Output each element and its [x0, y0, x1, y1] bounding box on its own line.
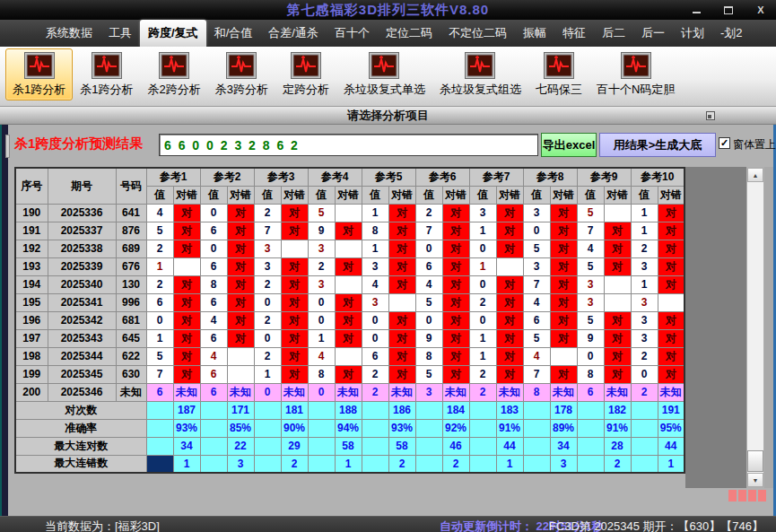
- cell-ref-mark[interactable]: 对: [281, 365, 308, 383]
- prediction-result-input[interactable]: [159, 134, 538, 156]
- cell-ref-mark[interactable]: 对: [442, 222, 469, 240]
- cell-ref-mark[interactable]: [173, 257, 200, 275]
- cell-ref-mark[interactable]: 对: [658, 365, 684, 383]
- summary-spacer-cell[interactable]: [577, 455, 604, 473]
- cell-ref-value[interactable]: 2: [631, 240, 658, 257]
- cell-ref-mark[interactable]: 对: [227, 240, 254, 257]
- cell-ref-mark[interactable]: [550, 347, 577, 365]
- cell-ref-mark[interactable]: 对: [604, 222, 631, 240]
- cell-ref-value[interactable]: 0: [523, 222, 550, 240]
- cell-ref-mark[interactable]: 对: [496, 222, 523, 240]
- cell-ref-mark[interactable]: 对: [388, 347, 415, 365]
- cell-ref-value[interactable]: 0: [254, 293, 281, 311]
- summary-spacer-cell[interactable]: [254, 455, 281, 473]
- left-grip-handle[interactable]: [5, 135, 10, 158]
- summary-spacer-cell[interactable]: [577, 419, 604, 437]
- cell-ref-value[interactable]: 1: [631, 222, 658, 240]
- toolbar-item-2[interactable]: 杀2跨分析: [140, 48, 207, 100]
- summary-value-cell[interactable]: 93%: [388, 419, 415, 437]
- menu-item-13[interactable]: -划2: [712, 20, 751, 47]
- cell-ref-value[interactable]: 5: [577, 204, 604, 222]
- toolbar-item-1[interactable]: 杀1跨分析: [73, 48, 140, 100]
- minimize-button[interactable]: [688, 4, 704, 16]
- cell-ref-value[interactable]: 1: [469, 257, 496, 275]
- cell-ref-value[interactable]: 0: [146, 311, 173, 329]
- summary-spacer-cell[interactable]: [362, 401, 388, 419]
- menu-item-1[interactable]: 工具: [100, 20, 140, 47]
- summary-value-cell[interactable]: 188: [335, 401, 362, 419]
- summary-value-cell[interactable]: 1: [335, 455, 362, 473]
- cell-ref-value[interactable]: 2: [254, 311, 281, 329]
- cell-ref-mark[interactable]: 对: [604, 347, 631, 365]
- cell-ref-value[interactable]: 6: [362, 347, 388, 365]
- cell-ref-mark[interactable]: 对: [335, 293, 362, 311]
- cell-ref-value[interactable]: 5: [308, 204, 335, 222]
- cell-ref-mark[interactable]: 对: [281, 204, 308, 222]
- cell-ref-value[interactable]: 3: [362, 257, 388, 275]
- cell-ref-mark[interactable]: 对: [227, 275, 254, 293]
- menu-item-5[interactable]: 百十个: [327, 20, 378, 47]
- cell-ref-mark[interactable]: 对: [173, 329, 200, 347]
- cell-ref-value[interactable]: 2: [469, 383, 496, 401]
- cell-ref-value[interactable]: 6: [523, 311, 550, 329]
- cell-ref-mark[interactable]: 未知: [550, 383, 577, 401]
- cell-ref-value[interactable]: 2: [254, 347, 281, 365]
- summary-spacer-cell[interactable]: [523, 437, 550, 455]
- cell-ref-value[interactable]: 5: [577, 311, 604, 329]
- cell-ref-mark[interactable]: 对: [658, 329, 684, 347]
- cell-ref-mark[interactable]: 对: [604, 311, 631, 329]
- summary-spacer-cell[interactable]: [200, 437, 227, 455]
- summary-spacer-cell[interactable]: [146, 419, 173, 437]
- cell-ref-value[interactable]: 1: [146, 329, 173, 347]
- summary-spacer-cell[interactable]: [631, 419, 658, 437]
- cell-ref-value[interactable]: 1: [254, 365, 281, 383]
- cell-ref-mark[interactable]: 对: [550, 329, 577, 347]
- summary-spacer-cell[interactable]: [469, 455, 496, 473]
- scroll-up-icon[interactable]: ▲: [747, 168, 763, 182]
- cell-ref-value[interactable]: 3: [308, 275, 335, 293]
- summary-value-cell[interactable]: 90%: [281, 419, 308, 437]
- cell-ref-mark[interactable]: 对: [281, 222, 308, 240]
- cell-ref-value[interactable]: 3: [254, 240, 281, 257]
- cell-ref-value[interactable]: 5: [146, 347, 173, 365]
- cell-ref-mark[interactable]: 未知: [335, 383, 362, 401]
- cell-ref-mark[interactable]: 对: [496, 240, 523, 257]
- cell-ref-mark[interactable]: 对: [227, 293, 254, 311]
- cell-ref-mark[interactable]: 对: [442, 275, 469, 293]
- cell-ref-value[interactable]: 4: [362, 275, 388, 293]
- summary-spacer-cell[interactable]: [469, 401, 496, 419]
- cell-ref-value[interactable]: 0: [200, 240, 227, 257]
- summary-value-cell[interactable]: 46: [442, 437, 469, 455]
- cell-ref-mark[interactable]: 对: [388, 365, 415, 383]
- cell-ref-value[interactable]: 0: [469, 240, 496, 257]
- cell-ref-value[interactable]: 1: [469, 329, 496, 347]
- cell-ref-value[interactable]: 0: [362, 329, 388, 347]
- cell-ref-value[interactable]: 2: [362, 383, 388, 401]
- summary-value-cell[interactable]: 34: [550, 437, 577, 455]
- cell-ref-value[interactable]: 2: [631, 383, 658, 401]
- summary-value-cell[interactable]: 187: [173, 401, 200, 419]
- menu-item-9[interactable]: 特征: [554, 20, 594, 47]
- cell-ref-value[interactable]: 2: [254, 275, 281, 293]
- cell-ref-value[interactable]: 6: [200, 365, 227, 383]
- cell-ref-value[interactable]: 0: [415, 240, 442, 257]
- cell-ref-value[interactable]: 3: [577, 293, 604, 311]
- cell-ref-mark[interactable]: 未知: [281, 383, 308, 401]
- summary-value-cell[interactable]: 171: [227, 401, 254, 419]
- summary-value-cell[interactable]: 91%: [604, 419, 631, 437]
- cell-ref-value[interactable]: 5: [523, 240, 550, 257]
- summary-value-cell[interactable]: 94%: [335, 419, 362, 437]
- cell-ref-mark[interactable]: 对: [658, 311, 684, 329]
- cell-ref-value[interactable]: 1: [469, 347, 496, 365]
- cell-ref-mark[interactable]: 对: [442, 240, 469, 257]
- cell-ref-mark[interactable]: 对: [550, 204, 577, 222]
- cell-ref-mark[interactable]: 对: [335, 311, 362, 329]
- menu-item-0[interactable]: 系统数据: [38, 20, 100, 47]
- summary-value-cell[interactable]: 3: [227, 455, 254, 473]
- cell-ref-value[interactable]: 4: [523, 347, 550, 365]
- summary-value-cell[interactable]: 89%: [550, 419, 577, 437]
- menu-item-11[interactable]: 后一: [633, 20, 673, 47]
- toolbar-item-4[interactable]: 定跨分析: [275, 48, 336, 100]
- cell-ref-value[interactable]: 7: [415, 222, 442, 240]
- cell-ref-value[interactable]: 3: [523, 204, 550, 222]
